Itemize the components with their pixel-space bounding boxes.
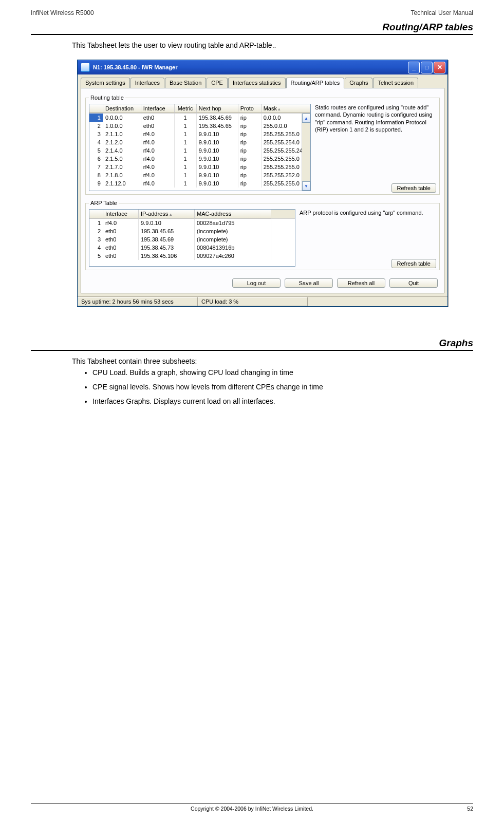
page-header: InfiNet Wireless R5000 Technical User Ma… <box>31 9 473 16</box>
table-cell: 009027a4c260 <box>195 252 271 260</box>
table-cell: rip <box>238 114 262 122</box>
routing-header[interactable]: DestinationInterfaceMetricNext hopProtoM… <box>89 104 310 114</box>
table-cell: 9.9.0.10 <box>197 155 238 163</box>
tab-cpe[interactable]: CPE <box>207 78 228 88</box>
table-cell: eth0 <box>141 114 175 122</box>
tab-interfaces-statistics[interactable]: Interfaces statistics <box>228 78 286 88</box>
table-cell: 4 <box>89 138 103 146</box>
routing-body[interactable]: 10.0.0.0eth01195.38.45.69rip0.0.0.021.0.… <box>89 114 310 188</box>
section-title-graphs: Graphs <box>31 338 473 351</box>
log-out-button[interactable]: Log out <box>232 278 281 288</box>
table-cell: 2.1.2.0 <box>103 138 141 146</box>
scroll-down-icon[interactable]: ▼ <box>302 181 310 191</box>
table-cell: 1 <box>175 122 197 130</box>
table-row[interactable]: 1rf4.09.9.0.1000028ae1d795 <box>89 219 295 227</box>
table-cell: 1 <box>89 114 103 122</box>
table-cell: 1.0.0.0 <box>103 122 141 130</box>
tab-graphs[interactable]: Graphs <box>345 78 372 88</box>
routing-col-header[interactable]: Metric <box>175 104 197 113</box>
table-cell: 9.9.0.10 <box>197 130 238 138</box>
table-row[interactable]: 3eth0195.38.45.69(incomplete) <box>89 235 295 244</box>
window-titlebar[interactable]: N1: 195.38.45.80 - IWR Manager _ □ ✕ <box>78 60 447 74</box>
section1-intro: This Tabsheet lets the user to view rout… <box>72 41 473 49</box>
table-cell: 9.9.0.10 <box>197 138 238 146</box>
table-cell: rf4.0 <box>141 146 175 155</box>
table-cell: 9.9.0.10 <box>197 163 238 171</box>
list-item: CPE signal levels. Shows how levels from… <box>92 383 473 391</box>
arp-header[interactable]: InterfaceIP-addressMAC-address <box>89 210 295 219</box>
arp-col-header[interactable]: Interface <box>103 210 139 218</box>
tab-base-station[interactable]: Base Station <box>165 78 206 88</box>
routing-col-header[interactable]: Mask <box>262 104 310 113</box>
table-cell: 9 <box>89 179 103 188</box>
table-cell: 00804813916b <box>195 244 271 252</box>
arp-body[interactable]: 1rf4.09.9.0.1000028ae1d7952eth0195.38.45… <box>89 219 295 260</box>
table-cell: 1 <box>175 146 197 155</box>
header-left: InfiNet Wireless R5000 <box>31 9 94 16</box>
table-cell: 9.9.0.10 <box>197 179 238 188</box>
table-cell: (incomplete) <box>195 227 271 235</box>
table-cell: 00028ae1d795 <box>195 219 271 227</box>
arp-col-header[interactable]: MAC-address <box>195 210 271 218</box>
table-row[interactable]: 32.1.1.0rf4.019.9.0.10rip255.255.255.0 <box>89 130 310 138</box>
footer-page-number: 52 <box>467 806 473 812</box>
table-cell: rf4.0 <box>141 130 175 138</box>
app-window: N1: 195.38.45.80 - IWR Manager _ □ ✕ Sys… <box>77 60 448 307</box>
quit-button[interactable]: Quit <box>389 278 438 288</box>
status-uptime: Sys uptime: 2 hours 56 mins 53 secs <box>78 297 198 306</box>
table-cell: eth0 <box>103 244 139 252</box>
arp-col-header[interactable]: IP-address <box>139 210 195 218</box>
refresh-routing-button[interactable]: Refresh table <box>391 183 436 193</box>
table-cell: 195.38.45.65 <box>197 122 238 130</box>
table-cell: 1 <box>175 114 197 122</box>
table-cell: rf4.0 <box>141 163 175 171</box>
routing-scrollbar[interactable]: ▲ ▼ <box>302 114 310 191</box>
close-button[interactable]: ✕ <box>434 62 445 73</box>
table-row[interactable]: 21.0.0.0eth01195.38.45.65rip255.0.0.0 <box>89 122 310 130</box>
refresh-all-button[interactable]: Refresh all <box>337 278 385 288</box>
arp-listbox[interactable]: InterfaceIP-addressMAC-address 1rf4.09.9… <box>89 209 295 267</box>
routing-col-header[interactable]: Destination <box>103 104 141 113</box>
table-cell: 2.1.1.0 <box>103 130 141 138</box>
table-cell: 1 <box>175 163 197 171</box>
maximize-button[interactable]: □ <box>421 62 433 73</box>
table-cell: 3 <box>89 130 103 138</box>
refresh-arp-button[interactable]: Refresh table <box>391 259 436 268</box>
routing-col-header[interactable]: Next hop <box>197 104 238 113</box>
routing-listbox[interactable]: DestinationInterfaceMetricNext hopProtoM… <box>89 104 311 191</box>
status-bar: Sys uptime: 2 hours 56 mins 53 secs CPU … <box>78 296 447 306</box>
table-cell: 9.9.0.10 <box>197 171 238 179</box>
window-title: N1: 195.38.45.80 - IWR Manager <box>93 64 177 70</box>
table-cell: 2.1.8.0 <box>103 171 141 179</box>
routing-col-header[interactable] <box>89 104 103 113</box>
table-row[interactable]: 5eth0195.38.45.106009027a4c260 <box>89 252 295 260</box>
table-cell: 195.38.45.65 <box>139 227 195 235</box>
save-all-button[interactable]: Save all <box>285 278 333 288</box>
table-cell: 1 <box>175 179 197 188</box>
tab-interfaces[interactable]: Interfaces <box>130 78 164 88</box>
table-row[interactable]: 92.1.12.0rf4.019.9.0.10rip255.255.255.0 <box>89 179 310 188</box>
scroll-up-icon[interactable]: ▲ <box>302 114 310 123</box>
minimize-button[interactable]: _ <box>408 62 420 73</box>
client-area: Routing table DestinationInterfaceMetric… <box>81 88 444 293</box>
tab-telnet-session[interactable]: Telnet session <box>373 78 418 88</box>
routing-col-header[interactable]: Interface <box>141 104 175 113</box>
table-row[interactable]: 62.1.5.0rf4.019.9.0.10rip255.255.255.0 <box>89 155 310 163</box>
table-cell: 0.0.0.0 <box>103 114 141 122</box>
table-row[interactable]: 10.0.0.0eth01195.38.45.69rip0.0.0.0 <box>89 114 310 122</box>
table-row[interactable]: 52.1.4.0rf4.019.9.0.10rip255.255.255.248 <box>89 146 310 155</box>
table-row[interactable]: 4eth0195.38.45.7300804813916b <box>89 244 295 252</box>
table-cell: rip <box>238 163 262 171</box>
table-row[interactable]: 72.1.7.0rf4.019.9.0.10rip255.255.255.0 <box>89 163 310 171</box>
table-cell: rip <box>238 171 262 179</box>
table-cell: eth0 <box>103 227 139 235</box>
routing-col-header[interactable]: Proto <box>238 104 262 113</box>
page: InfiNet Wireless R5000 Technical User Ma… <box>0 0 504 823</box>
table-row[interactable]: 82.1.8.0rf4.019.9.0.10rip255.255.252.0 <box>89 171 310 179</box>
tab-system-settings[interactable]: System settings <box>81 78 130 88</box>
arp-col-header[interactable] <box>89 210 103 218</box>
table-row[interactable]: 2eth0195.38.45.65(incomplete) <box>89 227 295 235</box>
tab-routing-arp-tables[interactable]: Routing/ARP tables <box>286 78 345 88</box>
table-row[interactable]: 42.1.2.0rf4.019.9.0.10rip255.255.254.0 <box>89 138 310 146</box>
table-cell: 2.1.7.0 <box>103 163 141 171</box>
